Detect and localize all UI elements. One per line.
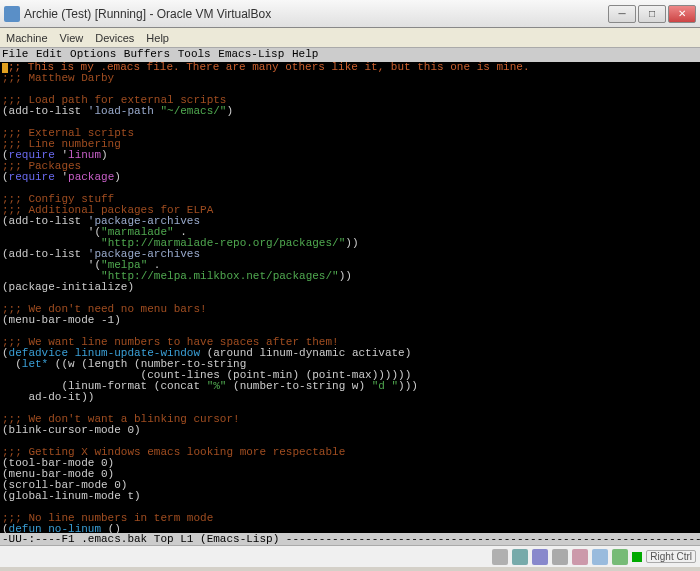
emacs-menu-file[interactable]: File	[2, 48, 28, 60]
code-line: ad-do-it))	[2, 391, 94, 403]
mouse-integration-icon[interactable]	[612, 549, 628, 565]
code-line: (menu-bar-mode -1)	[2, 314, 121, 326]
display-icon[interactable]	[592, 549, 608, 565]
emacs-menubar: File Edit Options Buffers Tools Emacs-Li…	[0, 48, 700, 62]
titlebar: Archie (Test) [Running] - Oracle VM Virt…	[0, 0, 700, 28]
optical-drive-icon[interactable]	[512, 549, 528, 565]
code-line: (package-initialize)	[2, 281, 134, 293]
code-line: ;;; Matthew Darby	[2, 72, 114, 84]
usb-icon[interactable]	[552, 549, 568, 565]
emacs-menu-tools[interactable]: Tools	[178, 48, 211, 60]
emacs-menu-help[interactable]: Help	[292, 48, 318, 60]
network-icon[interactable]	[532, 549, 548, 565]
host-key-label[interactable]: Right Ctrl	[646, 550, 696, 563]
emacs-menu-edit[interactable]: Edit	[36, 48, 62, 60]
close-button[interactable]: ✕	[668, 5, 696, 23]
window-buttons: ─ □ ✕	[608, 5, 696, 23]
menu-machine[interactable]: Machine	[6, 32, 48, 44]
code-line: (global-linum-mode t)	[2, 490, 141, 502]
menu-help[interactable]: Help	[146, 32, 169, 44]
emacs-menu-buffers[interactable]: Buffers	[124, 48, 170, 60]
code-line: (blink-cursor-mode 0)	[2, 424, 141, 436]
emacs-menu-emacs-lisp[interactable]: Emacs-Lisp	[218, 48, 284, 60]
code-line: (add-to-list	[2, 105, 88, 117]
vbox-statusbar: Right Ctrl	[0, 545, 700, 567]
emacs-menu-options[interactable]: Options	[70, 48, 116, 60]
emacs-modeline: -UU-:----F1 .emacs.bak Top L1 (Emacs-Lis…	[0, 533, 700, 545]
harddisk-icon[interactable]	[492, 549, 508, 565]
maximize-button[interactable]: □	[638, 5, 666, 23]
emacs-window: File Edit Options Buffers Tools Emacs-Li…	[0, 48, 700, 545]
host-key-indicator-icon	[632, 552, 642, 562]
emacs-buffer[interactable]: ;; This is my .emacs file. There are man…	[0, 62, 700, 545]
menu-devices[interactable]: Devices	[95, 32, 134, 44]
minimize-button[interactable]: ─	[608, 5, 636, 23]
menu-view[interactable]: View	[60, 32, 84, 44]
vbox-app-icon	[4, 6, 20, 22]
shared-folders-icon[interactable]	[572, 549, 588, 565]
titlebar-text: Archie (Test) [Running] - Oracle VM Virt…	[24, 7, 608, 21]
vbox-menubar: Machine View Devices Help	[0, 28, 700, 48]
modeline-text: -UU-:----F1 .emacs.bak Top L1 (Emacs-Lis…	[2, 533, 700, 545]
